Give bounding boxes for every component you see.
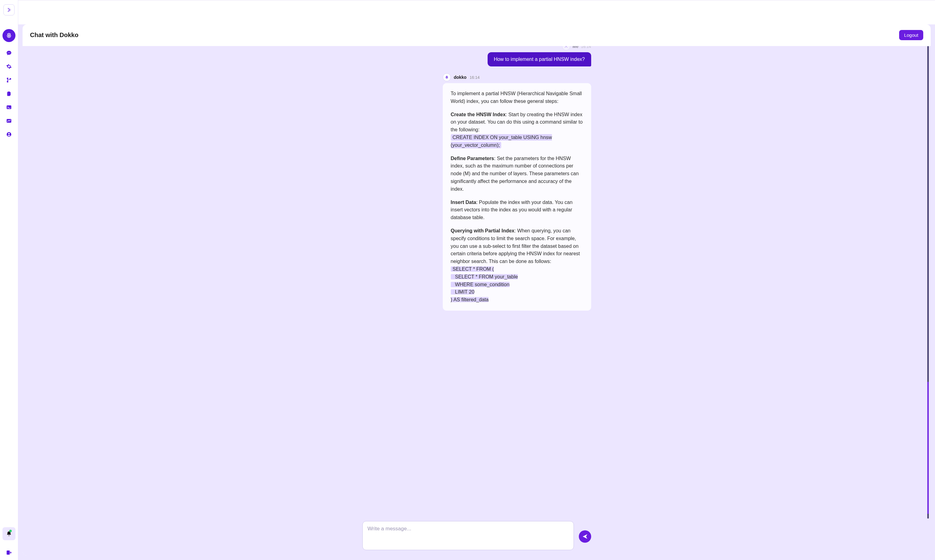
svg-point-5 bbox=[8, 52, 8, 53]
svg-point-7 bbox=[9, 52, 10, 53]
svg-point-8 bbox=[7, 78, 8, 79]
bot-avatar bbox=[443, 73, 451, 81]
code-l4: LIMIT 20 bbox=[451, 289, 474, 294]
exit-icon bbox=[6, 549, 12, 556]
documents-icon bbox=[6, 91, 12, 97]
logo-icon bbox=[6, 32, 12, 39]
composer bbox=[362, 521, 591, 550]
scrollbar-thumb[interactable] bbox=[927, 382, 929, 514]
bot-step-1-code: CREATE INDEX ON your_table USING hnsw (y… bbox=[451, 134, 552, 148]
bot-time: 16:14 bbox=[470, 75, 480, 80]
expand-sidebar-button[interactable] bbox=[3, 4, 14, 15]
message-scroll[interactable]: Me 16:14 How to implement a partial HNSW… bbox=[23, 46, 931, 518]
analytics-icon bbox=[6, 118, 12, 124]
svg-point-15 bbox=[8, 133, 10, 134]
code-l5: ) AS filtered_data bbox=[451, 297, 489, 302]
chat-body: Me 16:14 How to implement a partial HNSW… bbox=[23, 46, 931, 556]
svg-line-3 bbox=[8, 34, 8, 34]
bot-step-2-head: Define Parameters bbox=[451, 156, 494, 161]
sidebar-exit-button[interactable] bbox=[6, 549, 12, 556]
code-l1: SELECT * FROM ( bbox=[451, 266, 494, 272]
user-message-bubble: How to implement a partial HNSW index? bbox=[488, 52, 591, 66]
bot-step-2-text: : Set the parameters for the HNSW index,… bbox=[451, 156, 579, 192]
main-area: Chat with Dokko Logout Me 16:14 How to i… bbox=[18, 0, 935, 560]
code-l2: SELECT * FROM your_table bbox=[451, 274, 518, 279]
nav-icon-list bbox=[3, 29, 15, 137]
scrollbar-track[interactable] bbox=[927, 46, 929, 518]
user-avatar bbox=[562, 46, 570, 50]
svg-point-17 bbox=[565, 46, 567, 46]
chat-card: Chat with Dokko Logout Me 16:14 How to i… bbox=[23, 25, 931, 556]
sidebar-bottom bbox=[3, 527, 15, 556]
message-input[interactable] bbox=[362, 521, 574, 550]
svg-rect-16 bbox=[7, 551, 10, 554]
nav-documents[interactable] bbox=[6, 91, 12, 97]
branch-icon bbox=[6, 77, 12, 83]
svg-point-6 bbox=[9, 52, 9, 53]
nav-settings[interactable] bbox=[6, 64, 12, 69]
user-name: Me bbox=[573, 46, 579, 49]
user-meta: Me 16:14 bbox=[362, 46, 591, 50]
nav-terminal[interactable] bbox=[6, 105, 12, 110]
svg-line-21 bbox=[446, 76, 446, 76]
nav-user[interactable] bbox=[6, 132, 12, 137]
gear-icon bbox=[6, 63, 12, 69]
svg-point-9 bbox=[7, 81, 8, 82]
nav-logo[interactable] bbox=[3, 29, 15, 42]
svg-point-1 bbox=[8, 35, 9, 37]
bot-meta: dokko 16:14 bbox=[443, 73, 591, 81]
svg-line-22 bbox=[447, 76, 447, 76]
svg-line-4 bbox=[10, 34, 11, 34]
bot-step-3-head: Insert Data bbox=[451, 200, 476, 205]
svg-rect-11 bbox=[7, 105, 11, 109]
bot-step-4-head: Querying with Partial Index bbox=[451, 228, 514, 233]
bot-step-4: Querying with Partial Index: When queryi… bbox=[451, 227, 583, 304]
notifications-button[interactable] bbox=[3, 527, 15, 540]
top-strip bbox=[18, 0, 935, 25]
logout-button[interactable]: Logout bbox=[899, 30, 923, 40]
user-icon bbox=[6, 131, 12, 137]
bot-step-3: Insert Data: Populate the index with you… bbox=[451, 199, 583, 222]
nav-chat[interactable] bbox=[6, 50, 12, 55]
bot-intro: To implement a partial HNSW (Hierarchica… bbox=[451, 90, 583, 105]
chevron-right-icon bbox=[6, 7, 12, 13]
bot-message-card: To implement a partial HNSW (Hierarchica… bbox=[443, 83, 591, 311]
user-message-row: How to implement a partial HNSW index? bbox=[362, 52, 591, 66]
bot-step-1: Create the HNSW Index: Start by creating… bbox=[451, 111, 583, 149]
card-header: Chat with Dokko Logout bbox=[23, 25, 931, 46]
sidebar bbox=[0, 0, 18, 560]
code-l3: WHERE some_condition bbox=[451, 282, 510, 287]
send-icon bbox=[582, 534, 588, 540]
bot-step-2: Define Parameters: Set the parameters fo… bbox=[451, 155, 583, 193]
bot-name: dokko bbox=[454, 75, 467, 80]
user-time: 16:14 bbox=[581, 46, 591, 49]
notification-dot bbox=[9, 530, 12, 532]
send-button[interactable] bbox=[579, 530, 591, 543]
bot-step-1-head: Create the HNSW Index bbox=[451, 112, 506, 117]
page-title: Chat with Dokko bbox=[30, 32, 79, 38]
nav-analytics[interactable] bbox=[6, 118, 12, 124]
nav-branch[interactable] bbox=[6, 77, 12, 83]
chat-bubble-icon bbox=[6, 50, 12, 56]
svg-point-19 bbox=[447, 77, 447, 78]
terminal-icon bbox=[6, 104, 12, 110]
bot-step-4-text: : When querying, you can specify conditi… bbox=[451, 228, 580, 264]
